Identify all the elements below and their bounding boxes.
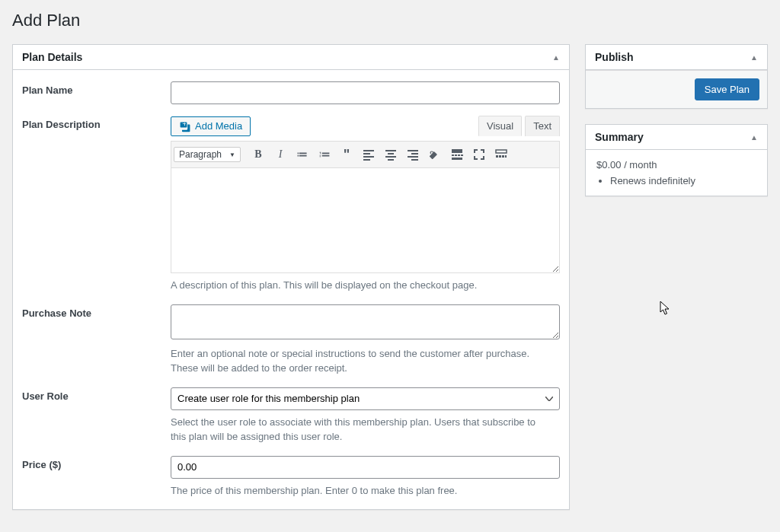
summary-body: $0.00 / month Renews indefinitely xyxy=(586,150,767,196)
publish-body: Save Plan xyxy=(586,70,767,108)
collapse-icon[interactable]: ▲ xyxy=(750,53,758,62)
number-list-button[interactable] xyxy=(314,144,335,165)
svg-rect-4 xyxy=(505,155,507,158)
publish-header[interactable]: Publish ▲ xyxy=(586,45,767,70)
plan-description-label: Plan Description xyxy=(22,116,171,293)
bullet-list-button[interactable] xyxy=(292,144,313,165)
description-editor[interactable] xyxy=(171,168,560,273)
plan-name-label: Plan Name xyxy=(22,81,171,104)
media-icon xyxy=(179,120,191,132)
right-column: Publish ▲ Save Plan Summary ▲ $0.00 / mo… xyxy=(585,44,768,525)
summary-box: Summary ▲ $0.00 / month Renews indefinit… xyxy=(585,124,768,196)
plan-details-header[interactable]: Plan Details ▲ xyxy=(13,45,569,70)
main-layout: Plan Details ▲ Plan Name Plan Descriptio… xyxy=(12,44,768,525)
quote-button[interactable]: " xyxy=(336,144,357,165)
purchase-note-help: Enter an optional note or special instru… xyxy=(171,346,544,376)
collapse-icon[interactable]: ▲ xyxy=(552,53,560,62)
text-tab[interactable]: Text xyxy=(525,116,560,136)
left-column: Plan Details ▲ Plan Name Plan Descriptio… xyxy=(12,44,570,525)
plan-details-body: Plan Name Plan Description Add Media xyxy=(13,70,569,509)
editor-toolbar: Paragraph ▼ B I " xyxy=(171,141,560,168)
svg-rect-1 xyxy=(496,155,498,158)
fullscreen-button[interactable] xyxy=(468,144,490,165)
purchase-note-row: Purchase Note Enter an optional note or … xyxy=(13,293,569,376)
purchase-note-label: Purchase Note xyxy=(22,304,171,376)
svg-rect-2 xyxy=(499,155,501,158)
svg-rect-3 xyxy=(502,155,504,158)
summary-title: Summary xyxy=(595,131,644,143)
visual-tab[interactable]: Visual xyxy=(478,116,522,136)
chevron-down-icon: ▼ xyxy=(229,151,235,158)
price-help: The price of this membership plan. Enter… xyxy=(171,483,544,499)
save-plan-button[interactable]: Save Plan xyxy=(695,78,759,100)
add-media-label: Add Media xyxy=(195,120,242,132)
price-input[interactable] xyxy=(171,456,560,479)
link-button[interactable] xyxy=(424,144,446,165)
plan-details-box: Plan Details ▲ Plan Name Plan Descriptio… xyxy=(12,44,570,510)
collapse-icon[interactable]: ▲ xyxy=(750,133,758,142)
price-row: Price ($) The price of this membership p… xyxy=(13,444,569,510)
price-label: Price ($) xyxy=(22,456,171,499)
summary-header[interactable]: Summary ▲ xyxy=(586,125,767,150)
paragraph-label: Paragraph xyxy=(179,149,222,160)
italic-button[interactable]: I xyxy=(270,144,291,165)
description-help: A description of this plan. This will be… xyxy=(171,278,544,293)
editor-tabs: Visual Text xyxy=(475,116,560,136)
paragraph-select[interactable]: Paragraph ▼ xyxy=(174,147,241,162)
publish-box: Publish ▲ Save Plan xyxy=(585,44,768,109)
user-role-help: Select the user role to associate with t… xyxy=(171,415,544,444)
align-center-button[interactable] xyxy=(380,144,401,165)
user-role-label: User Role xyxy=(22,387,171,444)
plan-details-title: Plan Details xyxy=(22,51,82,63)
kitchen-sink-button[interactable] xyxy=(491,144,512,165)
editor-topbar: Add Media Visual Text xyxy=(171,116,560,136)
user-role-row: User Role Create user role for this memb… xyxy=(13,376,569,444)
summary-renewal: Renews indefinitely xyxy=(610,175,756,186)
user-role-select[interactable]: Create user role for this membership pla… xyxy=(171,387,560,410)
plan-name-row: Plan Name xyxy=(13,70,569,104)
publish-title: Publish xyxy=(595,51,634,63)
svg-rect-0 xyxy=(496,150,507,153)
page-title: Add Plan xyxy=(12,11,768,30)
summary-price-line: $0.00 / month xyxy=(596,159,756,170)
align-right-button[interactable] xyxy=(402,144,424,165)
plan-name-input[interactable] xyxy=(171,81,560,104)
purchase-note-input[interactable] xyxy=(171,304,560,339)
add-media-button[interactable]: Add Media xyxy=(171,116,251,136)
align-left-button[interactable] xyxy=(358,144,379,165)
insert-more-button[interactable] xyxy=(446,144,468,165)
plan-description-row: Plan Description Add Media Visual Text xyxy=(13,104,569,293)
bold-button[interactable]: B xyxy=(248,144,269,165)
